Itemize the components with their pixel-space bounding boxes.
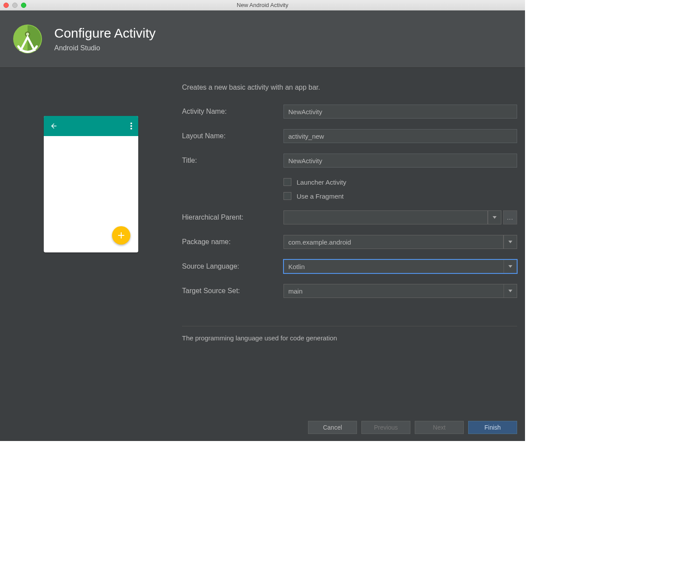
row-layout-name: Layout Name: — [182, 129, 517, 143]
row-package-name: Package name: com.example.android — [182, 235, 517, 249]
plus-icon — [118, 232, 125, 239]
layout-name-input[interactable] — [284, 129, 517, 143]
source-language-dropdown-arrow[interactable] — [504, 260, 517, 273]
wizard-footer: Cancel Previous Next Finish — [0, 415, 525, 441]
hierarchical-parent-combo[interactable] — [284, 210, 501, 224]
form-column: Creates a new basic activity with an app… — [182, 84, 517, 415]
template-preview — [44, 116, 138, 252]
hierarchical-parent-value[interactable] — [284, 211, 488, 224]
label-package-name: Package name: — [182, 238, 284, 246]
chevron-down-icon — [508, 241, 512, 243]
row-target-source-set: Target Source Set: main — [182, 284, 517, 298]
launcher-activity-checkbox[interactable] — [284, 178, 291, 186]
wizard-body: Creates a new basic activity with an app… — [0, 68, 525, 415]
page-subtitle: Android Studio — [54, 44, 156, 52]
package-name-value[interactable]: com.example.android — [284, 235, 504, 248]
previous-button[interactable]: Previous — [361, 421, 410, 434]
label-source-language: Source Language: — [182, 262, 284, 270]
label-hierarchical-parent: Hierarchical Parent: — [182, 214, 284, 221]
wizard-header: Configure Activity Android Studio — [0, 10, 525, 68]
finish-button[interactable]: Finish — [468, 421, 517, 434]
svg-point-5 — [130, 128, 132, 130]
next-button[interactable]: Next — [415, 421, 464, 434]
row-hierarchical-parent: Hierarchical Parent: ... — [182, 210, 517, 224]
hierarchical-parent-browse-button[interactable]: ... — [503, 210, 517, 224]
zoom-window-button[interactable] — [21, 3, 26, 8]
label-activity-name: Activity Name: — [182, 108, 284, 116]
label-title: Title: — [182, 157, 284, 164]
package-name-combo[interactable]: com.example.android — [284, 235, 517, 249]
titlebar: New Android Activity — [0, 0, 525, 10]
row-activity-name: Activity Name: — [182, 105, 517, 119]
package-name-dropdown-arrow[interactable] — [504, 235, 517, 248]
template-preview-column — [8, 84, 174, 415]
target-source-set-dropdown-arrow[interactable] — [504, 284, 517, 298]
close-window-button[interactable] — [4, 3, 9, 8]
row-source-language: Source Language: Kotlin — [182, 259, 517, 273]
target-source-set-value: main — [284, 287, 504, 295]
use-fragment-label: Use a Fragment — [297, 192, 344, 200]
activity-name-input[interactable] — [284, 105, 517, 119]
row-use-fragment: Use a Fragment — [182, 192, 517, 200]
row-title: Title: — [182, 154, 517, 168]
chevron-down-icon — [493, 216, 497, 219]
use-fragment-checkbox[interactable] — [284, 192, 291, 200]
label-layout-name: Layout Name: — [182, 132, 284, 140]
android-studio-logo-icon — [12, 24, 43, 54]
launcher-activity-label: Launcher Activity — [297, 178, 346, 186]
preview-appbar — [44, 116, 138, 136]
chevron-down-icon — [508, 290, 512, 292]
label-target-source-set: Target Source Set: — [182, 287, 284, 295]
template-description: Creates a new basic activity with an app… — [182, 84, 517, 91]
target-source-set-combo[interactable]: main — [284, 284, 517, 298]
field-help-text: The programming language used for code g… — [182, 334, 517, 342]
window-title: New Android Activity — [0, 2, 525, 8]
dialog-window: New Android Activity Configure Activity … — [0, 0, 525, 441]
header-text: Configure Activity Android Studio — [54, 26, 156, 52]
ellipsis-icon: ... — [507, 214, 514, 221]
back-arrow-icon — [50, 122, 58, 130]
hierarchical-parent-dropdown-arrow[interactable] — [488, 211, 501, 224]
svg-point-4 — [130, 125, 132, 127]
preview-fab — [112, 226, 130, 245]
cancel-button[interactable]: Cancel — [308, 421, 357, 434]
traffic-lights — [4, 3, 26, 8]
source-language-value: Kotlin — [284, 263, 504, 270]
chevron-down-icon — [508, 265, 512, 268]
source-language-combo[interactable]: Kotlin — [284, 259, 517, 273]
title-input[interactable] — [284, 154, 517, 168]
help-divider — [182, 326, 517, 326]
svg-point-3 — [130, 122, 132, 124]
minimize-window-button — [12, 3, 18, 8]
row-launcher-activity: Launcher Activity — [182, 178, 517, 186]
overflow-menu-icon — [130, 122, 132, 130]
page-title: Configure Activity — [54, 26, 156, 41]
